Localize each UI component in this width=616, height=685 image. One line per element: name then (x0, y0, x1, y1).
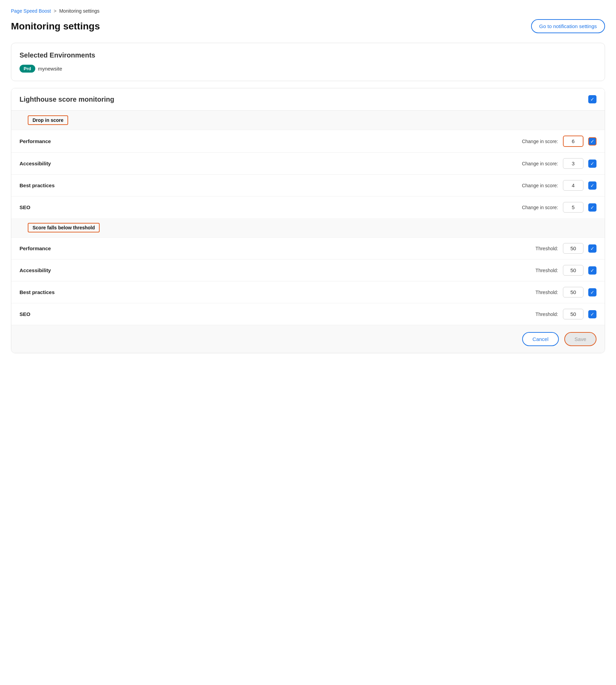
notification-settings-button[interactable]: Go to notification settings (531, 19, 605, 33)
seo-drop-input[interactable] (563, 202, 583, 213)
accessibility-drop-checkbox[interactable]: ✓ (588, 160, 596, 168)
metric-right: Threshold: ✓ (536, 309, 596, 319)
metric-right: Threshold: ✓ (536, 265, 596, 276)
environment-badge: Prd mynewsite (20, 65, 62, 73)
bestpractices-drop-input[interactable] (563, 180, 583, 191)
monitoring-header: Lighthouse score monitoring ✓ (11, 88, 605, 111)
threshold-label-3: Threshold: (536, 290, 558, 295)
metric-right: Change in score: ✓ (522, 202, 596, 213)
table-row: SEO Threshold: ✓ (11, 303, 605, 325)
performance-threshold-input[interactable] (563, 243, 583, 254)
metric-name-performance-threshold: Performance (20, 245, 51, 251)
checkmark-icon: ✓ (590, 97, 594, 102)
threshold-label-1: Threshold: (536, 246, 558, 251)
breadcrumb-current: Monitoring settings (59, 8, 100, 14)
drop-metrics-list: Performance Change in score: ✓ Accessibi… (11, 130, 605, 218)
performance-drop-input[interactable] (563, 136, 583, 147)
table-row: Performance Change in score: ✓ (11, 130, 605, 153)
metric-name-bestpractices-drop: Best practices (20, 182, 55, 188)
checkmark-icon: ✓ (590, 205, 594, 210)
metric-name-seo-threshold: SEO (20, 311, 30, 317)
monitoring-title: Lighthouse score monitoring (20, 96, 114, 103)
metric-name-bestpractices-threshold: Best practices (20, 289, 55, 295)
drop-in-score-section: Drop in score (11, 111, 605, 130)
metric-name-seo-drop: SEO (20, 204, 30, 210)
change-in-score-label-1: Change in score: (522, 139, 558, 144)
table-row: Accessibility Change in score: ✓ (11, 153, 605, 175)
metric-right: Threshold: ✓ (536, 287, 596, 297)
checkmark-icon: ✓ (590, 139, 594, 144)
checkmark-icon: ✓ (590, 312, 594, 317)
table-row: Best practices Change in score: ✓ (11, 175, 605, 196)
monitoring-card: Lighthouse score monitoring ✓ Drop in sc… (11, 88, 605, 353)
breadcrumb-separator: > (54, 8, 56, 14)
accessibility-threshold-input[interactable] (563, 265, 583, 276)
bestpractices-threshold-checkbox[interactable]: ✓ (588, 288, 596, 296)
breadcrumb: Page Speed Boost > Monitoring settings (11, 8, 605, 14)
checkmark-icon: ✓ (590, 183, 594, 188)
metric-right: Change in score: ✓ (522, 180, 596, 191)
env-name: mynewsite (38, 66, 62, 72)
metric-name-accessibility-threshold: Accessibility (20, 267, 51, 273)
performance-threshold-checkbox[interactable]: ✓ (588, 244, 596, 253)
environments-title: Selected Environments (20, 51, 596, 59)
checkmark-icon: ✓ (590, 290, 594, 295)
threshold-metrics-list: Performance Threshold: ✓ Accessibility T… (11, 238, 605, 325)
change-in-score-label-2: Change in score: (522, 161, 558, 166)
change-in-score-label-4: Change in score: (522, 205, 558, 210)
metric-name-performance-drop: Performance (20, 138, 51, 144)
score-falls-label: Score falls below threshold (28, 223, 100, 232)
metric-right: Change in score: ✓ (522, 158, 596, 169)
checkmark-icon: ✓ (590, 161, 594, 166)
footer-row: Cancel Save (11, 325, 605, 353)
monitoring-master-checkbox[interactable]: ✓ (588, 95, 596, 103)
env-badge-pill: Prd (20, 65, 35, 73)
checkmark-icon: ✓ (590, 268, 594, 273)
table-row: SEO Change in score: ✓ (11, 196, 605, 218)
table-row: Performance Threshold: ✓ (11, 238, 605, 259)
threshold-label-2: Threshold: (536, 268, 558, 273)
page-title: Monitoring settings (11, 21, 100, 32)
performance-drop-checkbox[interactable]: ✓ (588, 137, 596, 145)
drop-in-score-label: Drop in score (28, 115, 68, 125)
seo-threshold-checkbox[interactable]: ✓ (588, 310, 596, 318)
table-row: Accessibility Threshold: ✓ (11, 259, 605, 281)
page-header: Monitoring settings Go to notification s… (11, 19, 605, 33)
seo-drop-checkbox[interactable]: ✓ (588, 203, 596, 212)
threshold-label-4: Threshold: (536, 312, 558, 317)
bestpractices-drop-checkbox[interactable]: ✓ (588, 181, 596, 190)
bestpractices-threshold-input[interactable] (563, 287, 583, 297)
seo-threshold-input[interactable] (563, 309, 583, 319)
checkmark-icon: ✓ (590, 246, 594, 251)
metric-name-accessibility-drop: Accessibility (20, 161, 51, 166)
change-in-score-label-3: Change in score: (522, 183, 558, 188)
environments-card: Selected Environments Prd mynewsite (11, 43, 605, 81)
breadcrumb-link[interactable]: Page Speed Boost (11, 8, 51, 14)
score-falls-section: Score falls below threshold (11, 218, 605, 238)
accessibility-threshold-checkbox[interactable]: ✓ (588, 266, 596, 275)
table-row: Best practices Threshold: ✓ (11, 281, 605, 303)
accessibility-drop-input[interactable] (563, 158, 583, 169)
metric-right: Threshold: ✓ (536, 243, 596, 254)
save-button[interactable]: Save (564, 332, 596, 346)
metric-right: Change in score: ✓ (522, 136, 596, 147)
cancel-button[interactable]: Cancel (522, 332, 559, 346)
